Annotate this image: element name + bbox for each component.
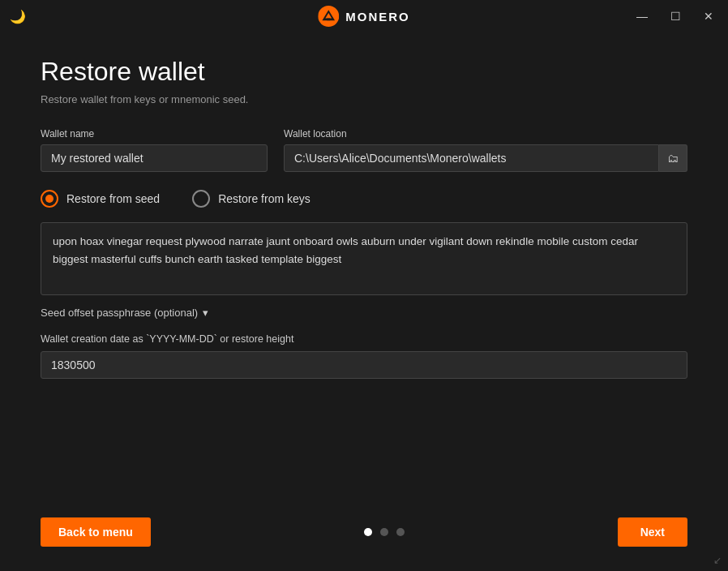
pagination-dot-1 [364, 528, 372, 536]
restore-seed-label: Restore from seed [66, 192, 160, 205]
moon-icon: 🌙 [10, 9, 26, 24]
maximize-button[interactable]: ☐ [666, 9, 686, 24]
close-button[interactable]: ✕ [699, 9, 718, 24]
restore-height-input[interactable] [41, 351, 687, 379]
wallet-name-input[interactable] [41, 144, 268, 172]
folder-icon: 🗂 [667, 152, 679, 165]
restore-keys-radio[interactable] [192, 190, 210, 208]
titlebar: 🌙 MONERO — ☐ ✕ [0, 0, 728, 32]
restore-height-label: Wallet creation date as `YYYY-MM-DD` or … [41, 333, 687, 345]
pagination [364, 528, 405, 536]
monero-logo [318, 6, 339, 27]
seed-textarea[interactable] [41, 222, 687, 295]
location-wrapper: 🗂 [284, 144, 687, 172]
svg-rect-1 [327, 19, 330, 21]
restore-from-seed-option[interactable]: Restore from seed [41, 190, 160, 208]
wallet-name-label: Wallet name [41, 128, 268, 140]
wallet-form-row: Wallet name Wallet location 🗂 [41, 128, 687, 172]
restore-from-keys-option[interactable]: Restore from keys [192, 190, 310, 208]
main-content: Restore wallet Restore wallet from keys … [0, 32, 728, 571]
wallet-name-group: Wallet name [41, 128, 268, 172]
page-subtitle: Restore wallet from keys or mnemonic see… [41, 93, 687, 105]
wallet-location-group: Wallet location 🗂 [284, 128, 687, 172]
resize-corner: ↙ [713, 555, 722, 566]
pagination-dot-3 [396, 528, 405, 536]
passphrase-label: Seed offset passphrase (optional) [41, 307, 198, 319]
radio-row: Restore from seed Restore from keys [41, 190, 687, 208]
titlebar-center: MONERO [318, 6, 410, 27]
wallet-location-label: Wallet location [284, 128, 687, 140]
restore-keys-label: Restore from keys [218, 192, 310, 205]
pagination-dot-2 [380, 528, 388, 536]
chevron-down-icon: ▾ [203, 307, 208, 319]
restore-seed-radio[interactable] [41, 190, 58, 208]
app-title: MONERO [345, 10, 410, 24]
restore-height-group: Wallet creation date as `YYYY-MM-DD` or … [41, 333, 687, 379]
folder-browse-button[interactable]: 🗂 [659, 144, 687, 172]
bottom-bar: Back to menu Next [41, 501, 687, 547]
next-button[interactable]: Next [618, 517, 687, 547]
back-to-menu-button[interactable]: Back to menu [41, 517, 151, 547]
titlebar-controls: — ☐ ✕ [632, 9, 718, 24]
minimize-button[interactable]: — [632, 9, 653, 24]
wallet-location-input[interactable] [284, 144, 659, 172]
passphrase-toggle[interactable]: Seed offset passphrase (optional) ▾ [41, 307, 687, 319]
page-title: Restore wallet [41, 57, 687, 87]
